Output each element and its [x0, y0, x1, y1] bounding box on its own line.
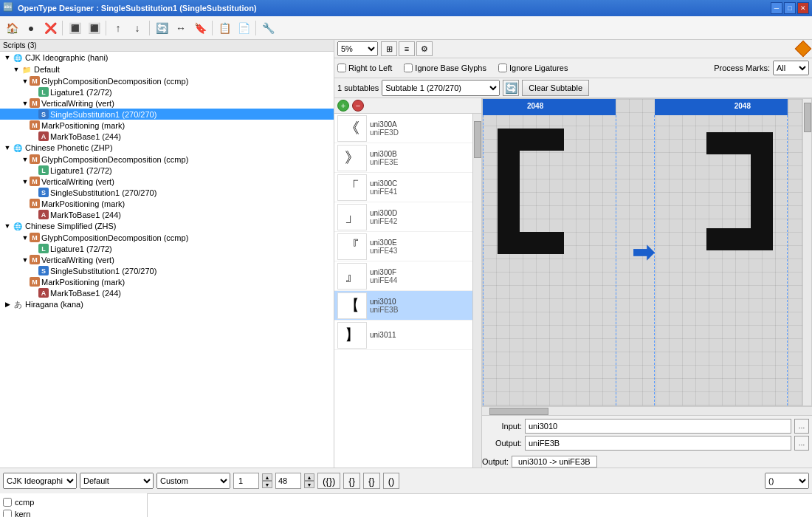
kern-check-row[interactable]: kern — [3, 508, 144, 517]
glyph-row[interactable]: 》 uni300B uniFE3E — [334, 143, 472, 173]
tree-item-ccmp1[interactable]: ▼ M GlyphCompositionDecomposition (ccmp) — [0, 75, 334, 86]
toolbar-btn12[interactable]: 📄 — [235, 19, 252, 37]
expand-arrow[interactable]: ▼ — [3, 54, 12, 61]
toolbar-btn6[interactable]: ↑ — [109, 19, 127, 37]
grid-icon[interactable]: ≡ — [399, 41, 415, 56]
toolbar-btn8[interactable]: 🔄 — [153, 19, 171, 37]
ignore-base-checkbox-item[interactable]: Ignore Base Glyphs — [404, 64, 486, 72]
clear-subtable-button[interactable]: Clear Subtable — [522, 80, 589, 96]
script-select[interactable]: CJK Ideographi — [3, 473, 77, 489]
fit-icon[interactable]: ⊞ — [381, 41, 397, 56]
toolbar-btn4[interactable]: 🔳 — [66, 19, 83, 37]
canvas-vert-scrollbar[interactable] — [802, 99, 811, 405]
tree-item-mark3[interactable]: M MarkPositioning (mark) — [0, 276, 334, 287]
tree-item-lig1[interactable]: L Ligature1 (72/72) — [0, 86, 334, 97]
tree-item-mark1[interactable]: M MarkPositioning (mark) — [0, 120, 334, 131]
tree-item-ss2[interactable]: S SingleSubstitution1 (270/270) — [0, 187, 334, 198]
toolbar-btn5[interactable]: 🔳 — [85, 19, 103, 37]
close-button[interactable]: ✕ — [797, 2, 809, 14]
filter-select[interactable]: () — [765, 473, 809, 489]
tree-item-kana[interactable]: ▶ あ Hiragana (kana) — [0, 298, 334, 310]
toolbar-btn7[interactable]: ↓ — [128, 19, 146, 37]
glyph-row[interactable]: 』 uni300F uniFE44 — [334, 261, 472, 291]
canvas-scroll-thumb[interactable] — [804, 103, 811, 132]
tree-item-ss1-selected[interactable]: S SingleSubstitution1 (270/270) — [0, 109, 334, 120]
expand-arrow[interactable]: ▼ — [21, 156, 30, 163]
tree-item-mtb3[interactable]: A MarkToBase1 (244) — [0, 287, 334, 298]
toolbar-btn10[interactable]: 🔖 — [191, 19, 209, 37]
toolbar-btn9[interactable]: ↔ — [172, 19, 190, 37]
settings-icon[interactable]: ⚙ — [416, 41, 433, 56]
subtable-select[interactable]: Subtable 1 (270/270) — [382, 80, 500, 96]
ccmp-checkbox[interactable] — [3, 498, 12, 507]
bracket-btn1[interactable]: ({}) — [317, 473, 340, 489]
glyph-row-selected[interactable]: 【 uni3010 uniFE3B — [334, 291, 472, 321]
process-marks-select[interactable]: All None — [773, 61, 809, 75]
canvas-horiz-scrollbar[interactable] — [482, 406, 812, 415]
spin-up2[interactable]: ▲ — [304, 473, 314, 481]
tree-item-zhp[interactable]: ▼ 🌐 Chinese Phonetic (ZHP) — [0, 142, 334, 154]
expand-arrow[interactable]: ▼ — [3, 222, 12, 230]
glyph-row[interactable]: 「 uni300C uniFE41 — [334, 173, 472, 202]
orange-diamond-icon[interactable] — [795, 41, 812, 58]
scroll-thumb[interactable] — [474, 121, 481, 158]
expand-arrow[interactable]: ▼ — [21, 234, 30, 242]
horiz-scroll-thumb[interactable] — [489, 408, 548, 415]
lang-select[interactable]: Default — [80, 473, 154, 489]
bracket-btn4[interactable]: () — [383, 473, 400, 489]
toolbar-btn11[interactable]: 📋 — [216, 19, 233, 37]
add-glyph-button[interactable]: + — [337, 100, 349, 112]
spin-up[interactable]: ▲ — [262, 473, 272, 481]
script-tree[interactable]: ▼ 🌐 CJK Ideographic (hani) ▼ 📁 Default ▼… — [0, 52, 334, 468]
bracket-btn3[interactable]: {} — [363, 473, 380, 489]
output-field[interactable] — [525, 436, 791, 451]
ignore-base-checkbox[interactable] — [404, 64, 413, 72]
tree-item-mark2[interactable]: M MarkPositioning (mark) — [0, 198, 334, 209]
maximize-button[interactable]: □ — [784, 2, 796, 14]
expand-arrow[interactable]: ▼ — [21, 256, 30, 264]
expand-arrow[interactable]: ▶ — [3, 301, 12, 308]
ignore-lig-checkbox-item[interactable]: Ignore Ligatures — [498, 64, 568, 72]
input-lookup-btn[interactable]: … — [794, 419, 809, 434]
tree-item-vert1[interactable]: ▼ M VerticalWriting (vert) — [0, 97, 334, 109]
tree-item-mtb1[interactable]: A MarkToBase1 (244) — [0, 131, 334, 142]
glyph-list-scrollbar[interactable] — [472, 114, 481, 468]
tree-item-default[interactable]: ▼ 📁 Default — [0, 64, 334, 75]
number-input[interactable] — [233, 473, 259, 489]
toolbar-btn13[interactable]: 🔧 — [259, 19, 277, 37]
output-lookup-btn[interactable]: … — [794, 436, 809, 451]
feature-select[interactable]: Custom — [156, 473, 230, 489]
expand-arrow[interactable]: ▼ — [21, 78, 30, 85]
tree-item-vert3[interactable]: ▼ M VerticalWriting (vert) — [0, 254, 334, 265]
spin-down[interactable]: ▼ — [262, 481, 272, 488]
glyph-row[interactable]: 】 uni3011 — [334, 321, 472, 350]
expand-arrow[interactable]: ▼ — [21, 178, 30, 185]
toolbar-btn3[interactable]: ❌ — [41, 19, 59, 37]
ccmp-check-row[interactable]: ccmp — [3, 496, 144, 508]
ignore-lig-checkbox[interactable] — [498, 64, 507, 72]
tree-item-zhs[interactable]: ▼ 🌐 Chinese Simplified (ZHS) — [0, 220, 334, 232]
spin-down2[interactable]: ▼ — [304, 481, 314, 488]
rtl-checkbox-item[interactable]: Right to Left — [337, 64, 392, 72]
tree-item-vert2[interactable]: ▼ M VerticalWriting (vert) — [0, 176, 334, 187]
tree-item-ccmp2[interactable]: ▼ M GlyphCompositionDecomposition (ccmp) — [0, 154, 334, 165]
input-field[interactable] — [525, 419, 791, 434]
toolbar-new[interactable]: 🏠 — [3, 19, 21, 37]
bracket-btn2[interactable]: {} — [343, 473, 360, 489]
tree-item-ccmp3[interactable]: ▼ M GlyphCompositionDecomposition (ccmp) — [0, 232, 334, 243]
expand-arrow[interactable]: ▼ — [3, 144, 12, 151]
glyph-row[interactable]: 『 uni300E uniFE43 — [334, 232, 472, 261]
tree-item-ss3[interactable]: S SingleSubstitution1 (270/270) — [0, 265, 334, 276]
glyph-row[interactable]: 」 uni300D uniFE42 — [334, 202, 472, 232]
subtable-icon-btn[interactable]: 🔄 — [503, 80, 519, 96]
tree-item-cjk[interactable]: ▼ 🌐 CJK Ideographic (hani) — [0, 52, 334, 64]
toolbar-btn2[interactable]: ● — [22, 19, 40, 37]
zoom-select[interactable]: 5% 10% 25% 50% 100% — [337, 41, 378, 56]
kern-checkbox[interactable] — [3, 510, 12, 517]
glyph-row[interactable]: 《 uni300A uniFE3D — [334, 114, 472, 143]
minimize-button[interactable]: ─ — [771, 2, 782, 14]
expand-arrow[interactable]: ▼ — [21, 100, 30, 107]
tree-item-lig3[interactable]: L Ligature1 (72/72) — [0, 243, 334, 254]
expand-arrow[interactable]: ▼ — [12, 66, 21, 73]
tree-item-mtb2[interactable]: A MarkToBase1 (244) — [0, 209, 334, 220]
